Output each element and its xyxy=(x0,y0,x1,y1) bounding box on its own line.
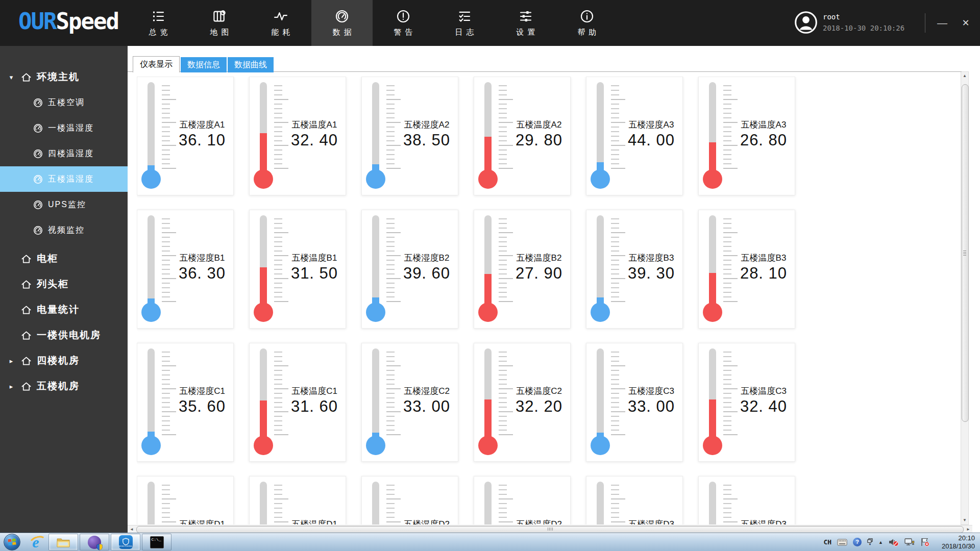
sidebar-item-silou-wenshidu[interactable]: 四楼温湿度 xyxy=(0,141,128,166)
start-button[interactable] xyxy=(4,534,20,550)
gauge-label: 五楼温度D2 xyxy=(510,518,568,524)
nav-item-help[interactable]: 帮助 xyxy=(556,0,618,46)
nav-item-log[interactable]: 日志 xyxy=(434,0,495,46)
titlebar-divider xyxy=(925,13,925,33)
sidebar-item-icon xyxy=(33,174,43,185)
cmd-prompt-text: C:\_ xyxy=(152,537,161,542)
tab-3[interactable]: 数据曲线 xyxy=(228,57,274,72)
language-indicator[interactable]: CH xyxy=(823,538,831,546)
taskbar-clock[interactable]: 20:10 2018/10/30 xyxy=(935,534,975,550)
taskbar-shield-app-button[interactable] xyxy=(80,534,109,550)
scroll-up-button[interactable]: ▲ xyxy=(961,72,968,80)
sidebar-item-ups-jiankong[interactable]: UPS监控 xyxy=(0,192,128,217)
thermometer-tube xyxy=(148,482,155,524)
tab-2[interactable]: 数据信息 xyxy=(181,57,227,72)
nav-icon xyxy=(212,9,227,24)
thermometer-scale-ticks xyxy=(274,85,282,172)
thermometer-bulb xyxy=(366,169,385,189)
thermometer-scale-ticks xyxy=(499,218,507,306)
scroll-left-button[interactable]: ◄ xyxy=(128,525,136,533)
nav-item-alert[interactable]: 警告 xyxy=(373,0,434,46)
sidebar-item-dianliang-tongji[interactable]: 电量统计 xyxy=(0,297,128,322)
scroll-down-button[interactable]: ▼ xyxy=(961,516,968,524)
vertical-scroll-thumb[interactable] xyxy=(962,84,969,422)
show-hidden-icons-button[interactable]: ▲ xyxy=(878,540,883,545)
gauge-label: 五楼湿度B2 xyxy=(398,252,456,264)
scroll-right-icon: ► xyxy=(966,527,970,532)
taskbar-ie-button[interactable]: e xyxy=(24,534,47,550)
scroll-right-button[interactable]: ► xyxy=(964,525,972,533)
close-button[interactable]: ✕ xyxy=(955,13,976,34)
gauge-label: 五楼温度A2 xyxy=(510,119,568,131)
close-icon: ✕ xyxy=(962,18,969,28)
purple-app-icon xyxy=(88,536,101,549)
thermometer-scale-ticks xyxy=(611,485,619,524)
sidebar-item-yilou-wenshidu[interactable]: 一楼温湿度 xyxy=(0,115,128,141)
gauge-card-15: 五楼湿度C2 33. 00 xyxy=(361,343,458,462)
sidebar-item-label: 环境主机 xyxy=(37,70,80,84)
sidebar-item-silou-jifang[interactable]: ▸ 四楼机房 xyxy=(0,348,128,373)
sidebar-menu: ▾ 环境主机 五楼空调 一楼温湿度 四楼温湿度 五楼温湿度 UPS监控 视频监控… xyxy=(0,46,128,533)
gauge-value: 33. 00 xyxy=(622,397,680,416)
gauge-card-16: 五楼温度C2 32. 20 xyxy=(474,343,571,462)
gauge-card-19: 五楼湿度D1 xyxy=(137,476,234,524)
gauge-card-3: 五楼湿度A2 38. 50 xyxy=(361,77,458,195)
logo-part-our: OUR xyxy=(18,8,56,34)
thermometer-tube xyxy=(597,215,604,310)
gauge-card-22: 五楼温度D2 xyxy=(474,476,571,524)
thermometer-bulb xyxy=(366,436,385,455)
main-content: 仪表显示数据信息数据曲线 五楼湿度A1 36. 10 五楼温度A1 32. 40… xyxy=(128,46,980,533)
nav-item-map[interactable]: 地图 xyxy=(189,0,250,46)
sidebar-item-shipin-jiankong[interactable]: 视频监控 xyxy=(0,217,128,243)
volume-muted-icon[interactable] xyxy=(889,538,899,546)
sidebar-item-icon xyxy=(33,148,43,159)
nav-item-data[interactable]: 数据 xyxy=(311,0,373,46)
nav-item-energy[interactable]: 能耗 xyxy=(250,0,311,46)
nav-item-overview[interactable]: 总览 xyxy=(128,0,189,46)
sidebar-item-diangui[interactable]: 电柜 xyxy=(0,246,128,271)
nav-item-settings[interactable]: 设置 xyxy=(495,0,556,46)
thermometer-bulb xyxy=(591,303,610,322)
monitoring-app-label: MONITORING xyxy=(119,545,133,547)
sidebar-item-wulou-wenshidu[interactable]: 五楼温湿度 xyxy=(0,166,128,192)
nav-icon xyxy=(151,9,166,24)
tray-window-icon[interactable]: ▼ xyxy=(867,538,873,546)
user-avatar-icon[interactable] xyxy=(794,11,818,34)
sidebar-item-label: 电量统计 xyxy=(37,303,80,316)
thermometer-tube xyxy=(484,348,492,443)
tab-1[interactable]: 仪表显示 xyxy=(133,56,180,72)
action-center-flag-icon[interactable] xyxy=(920,538,929,546)
tray-help-icon[interactable]: ? xyxy=(853,538,862,546)
taskbar-explorer-button[interactable] xyxy=(48,534,78,550)
sidebar-item-wulou-kongtiao[interactable]: 五楼空调 xyxy=(0,90,128,115)
network-icon[interactable] xyxy=(904,538,915,546)
thermometer-scale-ticks xyxy=(499,352,507,439)
thermometer-tube xyxy=(260,82,267,177)
thermometer-bulb xyxy=(141,169,161,189)
gauge-label: 五楼湿度C2 xyxy=(398,385,456,397)
thermometer-scale-ticks xyxy=(162,85,170,172)
gauge-card-23: 五楼湿度D3 xyxy=(586,476,683,524)
horizontal-scroll-thumb[interactable] xyxy=(136,526,964,533)
sidebar-item-label: 电柜 xyxy=(37,252,58,265)
sidebar-item-yilou-gongdian-jifang[interactable]: 一楼供电机房 xyxy=(0,322,128,348)
clock-time: 20:10 xyxy=(935,534,975,542)
gauge-label: 五楼湿度D1 xyxy=(173,518,231,524)
gauge-card-1: 五楼湿度A1 36. 10 xyxy=(137,77,234,195)
keyboard-icon[interactable] xyxy=(837,539,847,546)
nav-item-label: 能耗 xyxy=(272,28,294,37)
thermometer-scale-ticks xyxy=(723,85,731,172)
sidebar-item-icon xyxy=(20,381,32,392)
gauge-label: 五楼温度D3 xyxy=(734,518,793,524)
minimize-button[interactable]: — xyxy=(932,13,952,34)
taskbar-cmd-button[interactable]: C:\_ xyxy=(142,534,172,550)
gauge-value: 28. 10 xyxy=(734,264,793,283)
sidebar-item-huanjing-zhuji[interactable]: ▾ 环境主机 xyxy=(0,64,128,90)
sidebar-item-icon xyxy=(20,253,32,265)
taskbar-monitoring-app-button[interactable]: MONITORING xyxy=(111,534,140,550)
scroll-up-icon: ▲ xyxy=(963,73,967,78)
sidebar-item-wulou-jifang[interactable]: ▸ 五楼机房 xyxy=(0,373,128,399)
sidebar-item-icon xyxy=(20,279,32,290)
gauge-card-24: 五楼温度D3 xyxy=(698,476,795,524)
sidebar-item-lietougui[interactable]: 列头柜 xyxy=(0,271,128,297)
